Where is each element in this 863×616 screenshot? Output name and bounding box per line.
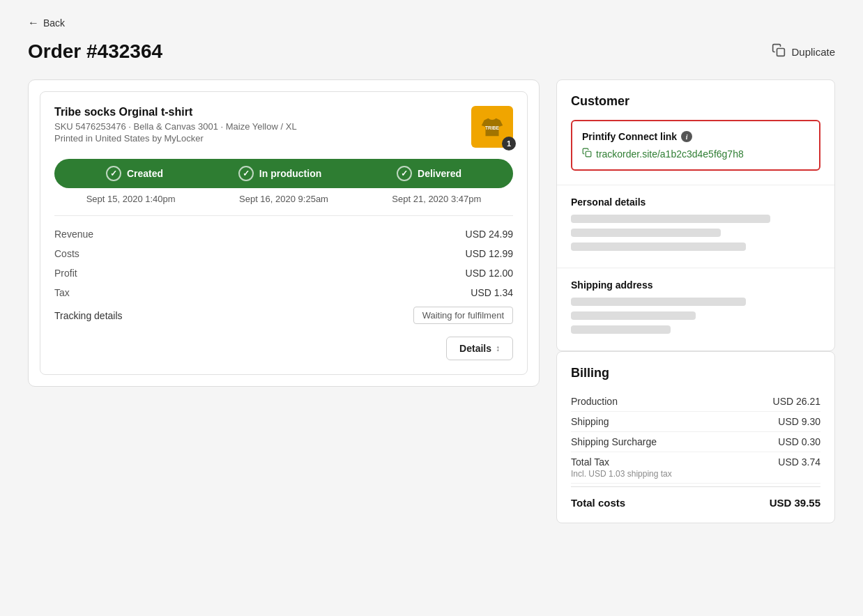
customer-header: Customer Printify Connect link i xyxy=(557,80,834,185)
line-profit: Profit USD 12.00 xyxy=(54,263,513,283)
line-revenue: Revenue USD 24.99 xyxy=(54,224,513,244)
tracking-label: Tracking details xyxy=(54,310,123,321)
order-outer-card: Tribe socks Orginal t-shirt SKU 54762534… xyxy=(28,79,540,387)
order-card: Tribe socks Orginal t-shirt SKU 54762534… xyxy=(40,91,528,375)
status-label-created: Created xyxy=(127,168,163,179)
billing-surcharge-label: Shipping Surcharge xyxy=(571,436,657,447)
billing-row-shipping: Shipping USD 9.30 xyxy=(571,412,820,432)
personal-blur-1 xyxy=(571,215,770,223)
tracking-row: Tracking details Waiting for fulfilment xyxy=(54,302,513,328)
product-row: Tribe socks Orginal t-shirt SKU 54762534… xyxy=(54,106,513,148)
line-costs: Costs USD 12.99 xyxy=(54,244,513,263)
billing-tax-value: USD 3.74 xyxy=(778,456,820,479)
right-column: Customer Printify Connect link i xyxy=(556,79,835,523)
back-arrow-icon: ← xyxy=(28,17,39,29)
details-label: Details xyxy=(459,343,491,354)
billing-total-row: Total costs USD 39.55 xyxy=(571,486,820,509)
details-arrows-icon: ↕ xyxy=(496,344,500,353)
left-column: Tribe socks Orginal t-shirt SKU 54762534… xyxy=(28,79,540,387)
date-created: Sept 15, 2020 1:40pm xyxy=(86,194,176,204)
status-step-delivered: ✓ Delivered xyxy=(397,166,461,181)
page-title: Order #432364 xyxy=(28,40,162,63)
billing-tax-label: Total Tax xyxy=(571,456,672,468)
connect-link-text: trackorder.site/a1b2c3d4e5f6g7h8 xyxy=(596,148,744,160)
product-info: Tribe socks Orginal t-shirt SKU 54762534… xyxy=(54,106,297,144)
main-layout: Tribe socks Orginal t-shirt SKU 54762534… xyxy=(28,79,835,523)
billing-shipping-label: Shipping xyxy=(571,416,609,427)
billing-card: Billing Production USD 26.21 Shipping US… xyxy=(556,351,835,523)
billing-row-surcharge: Shipping Surcharge USD 0.30 xyxy=(571,432,820,452)
billing-surcharge-value: USD 0.30 xyxy=(778,436,820,447)
connect-link[interactable]: trackorder.site/a1b2c3d4e5f6g7h8 xyxy=(582,148,809,160)
status-label-production: In production xyxy=(259,168,321,179)
details-button[interactable]: Details ↕ xyxy=(446,337,513,360)
billing-production-label: Production xyxy=(571,396,618,407)
personal-blur-3 xyxy=(571,242,746,251)
billing-production-value: USD 26.21 xyxy=(773,396,820,407)
back-link[interactable]: ← Back xyxy=(28,17,835,29)
connect-label: Printify Connect link i xyxy=(582,131,809,142)
billing-tax-sublabel: Incl. USD 1.03 shipping tax xyxy=(571,469,672,479)
duplicate-button[interactable]: Duplicate xyxy=(772,43,835,61)
printify-connect-box: Printify Connect link i trackorder.site/… xyxy=(571,120,820,171)
svg-rect-0 xyxy=(777,48,785,56)
date-delivered: Sept 21, 2020 3:47pm xyxy=(392,194,481,204)
copy-icon xyxy=(582,148,592,160)
shipping-blur-1 xyxy=(571,298,746,306)
status-bar: ✓ Created ✓ In production ✓ Delivered xyxy=(54,159,513,188)
status-dates: Sept 15, 2020 1:40pm Sept 16, 2020 9:25a… xyxy=(54,194,513,204)
date-production: Sept 16, 2020 9:25am xyxy=(239,194,328,204)
back-label: Back xyxy=(43,17,65,29)
tshirt-icon: TRIBE xyxy=(479,114,505,140)
divider-1 xyxy=(54,215,513,216)
billing-shipping-value: USD 9.30 xyxy=(778,416,820,427)
customer-section-title: Customer xyxy=(571,94,820,109)
customer-card: Customer Printify Connect link i xyxy=(556,79,835,351)
product-image-wrap: TRIBE 1 xyxy=(471,106,513,148)
info-icon[interactable]: i xyxy=(681,131,692,142)
personal-details-title: Personal details xyxy=(571,197,820,208)
status-check-production: ✓ xyxy=(238,166,254,181)
billing-title: Billing xyxy=(571,366,820,380)
personal-details-section: Personal details xyxy=(557,185,834,268)
line-tax: Tax USD 1.34 xyxy=(54,283,513,302)
svg-rect-2 xyxy=(586,151,591,157)
quantity-badge: 1 xyxy=(502,137,516,151)
duplicate-label: Duplicate xyxy=(791,46,835,58)
shipping-address-section: Shipping address xyxy=(557,268,834,351)
billing-row-production: Production USD 26.21 xyxy=(571,392,820,412)
billing-row-tax: Total Tax Incl. USD 1.03 shipping tax US… xyxy=(571,452,820,484)
shipping-address-title: Shipping address xyxy=(571,279,820,291)
tracking-status-badge: Waiting for fulfilment xyxy=(413,307,513,324)
personal-blur-2 xyxy=(571,229,721,237)
svg-text:TRIBE: TRIBE xyxy=(485,125,499,130)
status-check-delivered: ✓ xyxy=(397,166,412,181)
billing-total-label: Total costs xyxy=(571,497,625,509)
product-sku: SKU 5476253476 · Bella & Canvas 3001 · M… xyxy=(54,121,297,132)
status-label-delivered: Delivered xyxy=(418,168,461,179)
duplicate-icon xyxy=(772,43,786,61)
shipping-blur-3 xyxy=(571,325,671,334)
status-step-production: ✓ In production xyxy=(238,166,321,181)
page-header: Order #432364 Duplicate xyxy=(28,40,835,63)
shipping-blur-2 xyxy=(571,311,696,320)
product-name: Tribe socks Orginal t-shirt xyxy=(54,106,297,118)
status-step-created: ✓ Created xyxy=(106,166,163,181)
details-btn-wrapper: Details ↕ xyxy=(54,328,513,360)
status-check-created: ✓ xyxy=(106,166,121,181)
product-printed: Printed in United States by MyLocker xyxy=(54,133,297,144)
billing-total-value: USD 39.55 xyxy=(770,497,820,509)
